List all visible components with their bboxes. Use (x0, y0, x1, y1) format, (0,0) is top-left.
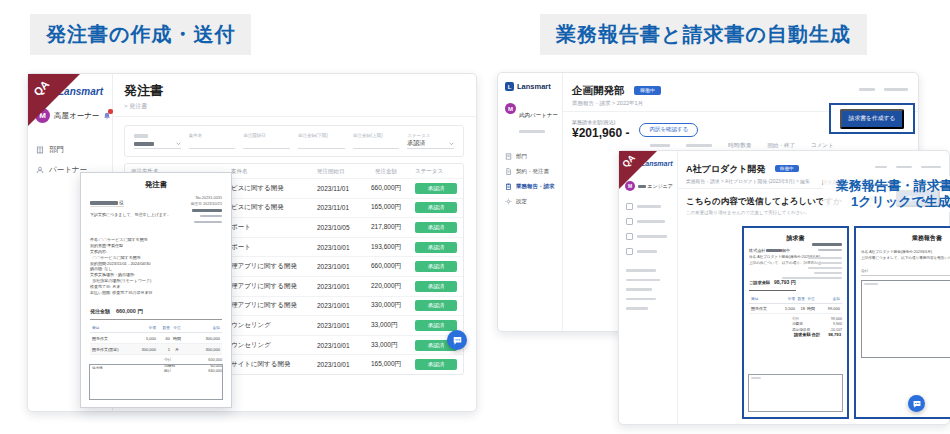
doc-items-header: 費目 単価 数量 単位 金額 (90, 323, 222, 333)
filter-field-amount-max[interactable]: 発注金額(上限) (353, 133, 400, 149)
sidebar-item[interactable] (626, 248, 667, 255)
chat-icon (912, 399, 922, 409)
sidebar-item-label: 部門 (49, 145, 64, 155)
doc-notes-label: 備考欄 (90, 365, 222, 371)
screenshot-canvas: 発注書の作成・送付 QA Lansmart M 高屋オーナー 部門 (0, 0, 950, 434)
report-subject: 件名:A社プロダクト開発(稼働分:2023年6月) (861, 250, 950, 254)
menu-icon (626, 233, 633, 240)
create-invoice-button[interactable]: 請求書を作成する (840, 109, 905, 129)
purchase-order-document: 発注書 様 No.20231-0035 発注日 2023/10/25 下記業務に… (80, 172, 232, 408)
invoice-totals: 小計99,000 消費税9,900 源泉徴収税-10,107 (792, 317, 842, 334)
column-header-start-date: 発注開始日 (317, 168, 371, 175)
qa-ribbon: QA (28, 74, 80, 126)
page-title: 企画開発部 (572, 84, 625, 98)
sidebar: L Lansmart M 武内パートナー 部門 契約・発注書 (498, 73, 563, 331)
report-content-box (861, 280, 950, 358)
doc-item-row: 開発作業 5,000 60 時間 300,000 (90, 333, 222, 344)
doc-item-row: 開発作業(固定) 300,000 1 月 300,000 (90, 344, 222, 355)
doc-title: 発注書 (90, 180, 222, 190)
report-preview: 業務報告書 件名:A社プロダクト開発(稼働分:2023年6月) 上記作業につきま… (854, 226, 950, 419)
column-header-comment: コメント (811, 142, 834, 149)
notification-bell-icon[interactable] (103, 112, 111, 120)
chat-button[interactable] (447, 330, 467, 350)
sidebar-item-department[interactable]: 部門 (498, 149, 562, 164)
filter-field-order-start-date[interactable]: 発注開始日 (243, 133, 290, 149)
page-title: A社プロダクト開発 (686, 163, 766, 176)
report-title: 業務報告書 (861, 234, 950, 243)
building-icon (36, 146, 44, 154)
sidebar-item[interactable] (626, 218, 667, 225)
status-badge: 稼働中 (775, 165, 799, 172)
page-header: 発注書 > 発注書 (112, 74, 476, 117)
filter-bar: 案件名 発注開始日 発注金額(下限) 発注金額(上限) ステータス (124, 125, 464, 157)
doc-terms: 件名:〇〇サービスに関する開発契約形態:準委任型業務内容: 〇〇サービスに関する… (90, 220, 222, 295)
status-badge: 承認済 (415, 300, 457, 311)
doc-meta: No.20231-0035 発注日 2023/10/25 (191, 195, 222, 225)
left-section-title: 発注書の作成・送付 (30, 14, 251, 55)
invoice-items-body: 開発作業 5,500 18 時間 99,000 (749, 304, 842, 314)
status-badge: 承認済 (415, 202, 457, 213)
report-total-row: 合計 18時間 (861, 268, 950, 276)
doc-amount-line: 発注金額660,000 円 (90, 299, 222, 320)
invoice-items-table: 費目 単価 数量 単位 金額 開発作業 5,500 18 (749, 295, 842, 314)
invoice-preview: 請求書 株式会社御中 件名:A社プロダクト開発(稼働分:2023年6月) 上記の… (742, 226, 849, 419)
column-header-hours: 時間/数量 (728, 142, 752, 149)
invoice-notes-box (748, 374, 843, 412)
filter-field-amount-min[interactable]: 発注金額(下限) (298, 133, 345, 149)
filter-field-project-name[interactable]: 案件名 (189, 133, 236, 149)
qa-ribbon-label: QA (620, 153, 637, 170)
qa-ribbon: QA (619, 151, 657, 189)
main-content: A社プロダクト開発 稼働中 業務報告・請求 > A社プロダクト開発 (2023年… (677, 151, 949, 424)
status-badge: 稼働中 (634, 86, 661, 95)
clipboard-icon (505, 183, 512, 190)
user-name: 武内パートナー (519, 112, 558, 118)
billing-amount-label: 業務請求金額(税込) (572, 119, 629, 125)
chevron-down-icon (176, 142, 181, 146)
app-logo: L Lansmart (498, 73, 562, 91)
sidebar-item-contracts[interactable]: 契約・発注書 (498, 164, 562, 179)
page-title: 発注書 (124, 82, 464, 100)
status-badge: 承認済 (415, 261, 457, 272)
sidebar-nav: 部門 契約・発注書 業務報告・請求 設定 (498, 149, 562, 209)
sidebar-item[interactable] (626, 203, 667, 210)
sidebar-item-department[interactable]: 部門 (28, 140, 112, 160)
gear-icon (505, 198, 512, 205)
qa-ribbon-label: QA (31, 78, 51, 98)
menu-icon (626, 203, 633, 210)
status-badge: 承認済 (415, 222, 457, 233)
status-select-value: 承認済 (407, 139, 425, 148)
filter-field-status[interactable]: ステータス 承認済 (407, 133, 454, 149)
status-badge: 承認済 (415, 359, 457, 370)
logo-mark-icon: L (505, 82, 514, 91)
user-profile[interactable]: M 武内パートナー (498, 91, 562, 139)
menu-icon (626, 218, 633, 225)
doc-addressee: 様 (90, 200, 124, 207)
report-table-header: 時間/数量 開始・終了 コメント (650, 142, 834, 149)
doc-items-table: 費目 単価 数量 単位 金額 開発作業 5,000 60 時間 300,000 (90, 323, 222, 355)
status-badge: 承認済 (415, 242, 457, 253)
billing-amount-value: ¥201,960 - (572, 126, 629, 140)
doc-items-body: 開発作業 5,000 60 時間 300,000 開発作業(固定) 300,00… (90, 333, 222, 355)
sidebar-item-settings[interactable]: 設定 (498, 194, 562, 209)
doc-notes-box: 備考欄 (89, 364, 223, 400)
chat-icon (452, 335, 463, 346)
menu-icon (626, 248, 633, 255)
filter-field-department[interactable] (134, 133, 181, 149)
view-breakdown-button[interactable]: 内訳を確認する (639, 123, 698, 137)
user-avatar: M (505, 103, 516, 114)
breadcrumb[interactable]: > 発注書 (124, 102, 464, 111)
status-badge: 承認済 (415, 320, 457, 331)
sidebar-item[interactable] (626, 233, 667, 240)
sidebar-nav (626, 203, 667, 263)
column-header-start-end: 開始・終了 (768, 142, 796, 149)
report-greeting: 上記作業につきまして、以下の通り業務内容を報告いたします。 (861, 256, 950, 260)
invoice-grand-total: 請求金額 合計98,793 (794, 332, 841, 337)
person-icon (36, 166, 44, 174)
column-header-project: 案件名 (231, 168, 317, 175)
building-icon (505, 153, 512, 160)
right-section-title: 業務報告書と請求書の自動生成 (540, 14, 867, 55)
chat-button[interactable] (908, 395, 925, 412)
sidebar-item-reports-billing[interactable]: 業務報告・請求 (498, 179, 562, 194)
invoice-meta (782, 241, 842, 279)
sidebar: Lansmart M エンジニア (619, 151, 678, 424)
